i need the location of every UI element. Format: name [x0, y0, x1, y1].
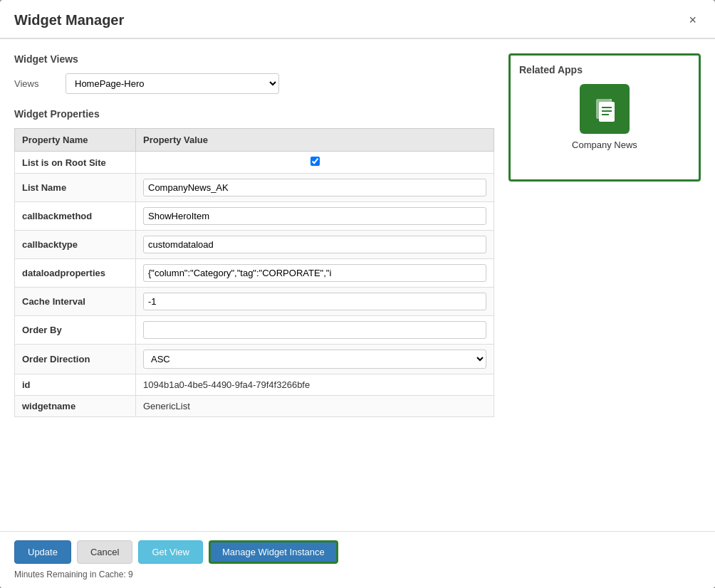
property-value-cell: ASCDESC	[136, 345, 494, 374]
property-name-cell: widgetname	[15, 396, 136, 417]
property-name-cell: id	[15, 374, 136, 396]
prop-input-callbacktype[interactable]	[143, 236, 486, 253]
property-value-cell: GenericList	[136, 396, 494, 417]
views-select[interactable]: HomePage-Hero Default List Detail	[66, 73, 279, 94]
widget-properties-title: Widget Properties	[14, 108, 494, 120]
table-row: callbacktype	[15, 231, 494, 259]
table-row: List is on Root Site	[15, 152, 494, 174]
property-value-cell	[136, 231, 494, 259]
right-panel: Related Apps	[508, 53, 701, 527]
property-value-cell	[136, 152, 494, 174]
property-value-cell	[136, 288, 494, 316]
property-name-cell: List is on Root Site	[15, 152, 136, 174]
prop-select-order-direction[interactable]: ASCDESC	[143, 350, 486, 369]
prop-input-list-name[interactable]	[143, 179, 486, 196]
prop-input-dataloadproperties[interactable]	[143, 264, 486, 282]
modal-body: Widget Views Views HomePage-Hero Default…	[0, 39, 715, 535]
property-value-cell	[136, 259, 494, 288]
left-panel: Widget Views Views HomePage-Hero Default…	[14, 53, 494, 527]
table-row: widgetnameGenericList	[15, 396, 494, 417]
root-site-checkbox[interactable]	[310, 157, 320, 166]
prop-input-order-by[interactable]	[143, 321, 486, 339]
modal-title: Widget Manager	[14, 12, 124, 28]
property-name-cell: dataloadproperties	[15, 259, 136, 288]
app-item-company-news[interactable]: Company News	[519, 84, 690, 150]
table-row: Order DirectionASCDESC	[15, 345, 494, 374]
modal-header: Widget Manager ×	[0, 0, 715, 39]
table-header-row: Property Name Property Value	[15, 129, 494, 152]
views-label: Views	[14, 78, 57, 89]
widget-properties-section: Widget Properties Property Name Property…	[14, 108, 494, 417]
table-row: Cache Interval	[15, 288, 494, 316]
property-name-cell: callbackmethod	[15, 202, 136, 231]
manage-widget-instance-button[interactable]: Manage Widget Instance	[209, 540, 338, 564]
property-value-cell: 1094b1a0-4be5-4490-9fa4-79f4f3266bfe	[136, 374, 494, 396]
property-value-cell	[136, 202, 494, 231]
prop-input-callbackmethod[interactable]	[143, 207, 486, 225]
prop-text-value: GenericList	[143, 401, 190, 411]
modal-footer: Update Cancel Get View Manage Widget Ins…	[0, 531, 715, 588]
property-name-cell: callbacktype	[15, 231, 136, 259]
table-row: callbackmethod	[15, 202, 494, 231]
widget-views-section: Widget Views Views HomePage-Hero Default…	[14, 53, 494, 94]
prop-text-value: 1094b1a0-4be5-4490-9fa4-79f4f3266bfe	[143, 379, 310, 390]
property-name-cell: Order Direction	[15, 345, 136, 374]
col-property-name: Property Name	[15, 129, 136, 152]
prop-input-cache-interval[interactable]	[143, 293, 486, 310]
table-row: List Name	[15, 174, 494, 202]
document-icon	[589, 93, 620, 125]
property-value-cell	[136, 316, 494, 345]
cancel-button[interactable]: Cancel	[77, 540, 132, 564]
related-apps-box: Related Apps	[508, 53, 701, 182]
update-button[interactable]: Update	[14, 540, 71, 564]
footer-status: Minutes Remaining in Cache: 9	[14, 569, 701, 579]
col-property-value: Property Value	[136, 129, 494, 152]
property-name-cell: List Name	[15, 174, 136, 202]
app-icon	[580, 84, 630, 134]
views-row: Views HomePage-Hero Default List Detail	[14, 73, 494, 94]
table-row: dataloadproperties	[15, 259, 494, 288]
related-apps-title: Related Apps	[519, 64, 690, 75]
widget-views-title: Widget Views	[14, 53, 494, 65]
footer-buttons: Update Cancel Get View Manage Widget Ins…	[14, 540, 701, 564]
app-name-company-news: Company News	[572, 140, 637, 150]
properties-table: Property Name Property Value List is on …	[14, 128, 494, 417]
get-view-button[interactable]: Get View	[138, 540, 203, 564]
property-name-cell: Order By	[15, 316, 136, 345]
table-row: Order By	[15, 316, 494, 345]
modal-container: Widget Manager × Widget Views Views Home…	[0, 0, 715, 588]
table-row: id1094b1a0-4be5-4490-9fa4-79f4f3266bfe	[15, 374, 494, 396]
property-name-cell: Cache Interval	[15, 288, 136, 316]
close-button[interactable]: ×	[684, 11, 701, 29]
property-value-cell	[136, 174, 494, 202]
